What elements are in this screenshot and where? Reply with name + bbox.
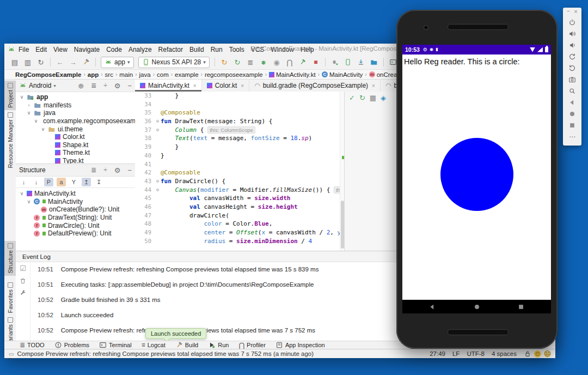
overview-nav-icon[interactable] — [568, 119, 576, 131]
toolwindow-logcat[interactable]: ≡Logcat — [142, 342, 166, 348]
launch-succeeded-balloon[interactable]: Launch succeeded — [145, 328, 206, 339]
structure-tree-item[interactable]: ∨CMainActivity — [16, 198, 135, 206]
toolwindow-run[interactable]: Run — [208, 341, 229, 349]
project-tree-item[interactable]: ∨java — [16, 109, 135, 117]
expand-all-icon[interactable]: ≣ — [91, 82, 96, 89]
back-nav-icon[interactable] — [568, 96, 576, 108]
build-hammer-icon[interactable] — [80, 57, 92, 68]
filter-icon[interactable]: Y — [69, 178, 78, 186]
close-icon[interactable]: × — [574, 9, 577, 15]
minimize-icon[interactable]: − — [567, 9, 570, 14]
code-editor[interactable]: 33 }3435@Composable36⊖fun DrawText(messa… — [135, 92, 340, 251]
expand-all-icon[interactable]: ≣ — [91, 167, 96, 174]
structure-tree-item[interactable]: ∨MainActivity.kt — [16, 190, 135, 198]
toolwindow-build[interactable]: Build — [175, 341, 198, 349]
phone-screen[interactable]: 10:53⚙◉▮ Hello Reg reader. This is a cir… — [402, 45, 551, 313]
breadcrumb-item[interactable]: main — [119, 71, 133, 78]
toolwindow-todo[interactable]: ≣TODO — [20, 342, 45, 348]
close-icon[interactable]: × — [193, 83, 197, 89]
collapse-all-icon[interactable]: ÷ — [103, 167, 107, 174]
refresh-icon[interactable]: ↻ — [359, 94, 365, 101]
code-line[interactable]: 34 — [135, 100, 340, 109]
project-tree-item[interactable]: ›manifests — [16, 101, 135, 110]
checkbox-icon[interactable]: ☑ — [20, 265, 26, 272]
line-ending-indicator[interactable]: LF — [452, 350, 460, 357]
collapse-all-icon[interactable]: ÷ — [103, 82, 107, 89]
stop-icon[interactable]: ■ — [310, 57, 322, 68]
apply-code-changes-icon[interactable]: ↻ — [231, 57, 243, 68]
sort-visibility-icon[interactable]: ↓ — [19, 178, 28, 186]
caret-position[interactable]: 27:49 — [430, 350, 445, 357]
breadcrumb-item[interactable]: app — [88, 71, 99, 78]
show-fields-icon[interactable]: a — [57, 178, 66, 186]
close-icon[interactable]: × — [372, 83, 375, 89]
open-folder-icon[interactable]: ▤ — [9, 57, 21, 68]
scroll-from-source-icon[interactable]: ↧ — [94, 178, 103, 186]
structure-tree-item[interactable]: monCreate(Bundle?): Unit — [16, 205, 135, 214]
power-icon[interactable] — [568, 16, 576, 28]
coverage-icon[interactable]: ◉ — [271, 57, 283, 68]
code-line[interactable]: 43⊖fun DrawCircle() { — [135, 177, 340, 186]
volume-down-icon[interactable] — [568, 39, 576, 51]
code-line[interactable]: 38 Text(text = message, fontSize = 18.sp… — [135, 134, 340, 143]
menu-refactor[interactable]: Refactor — [155, 45, 186, 54]
editor-tab-build-gradle-regcomposeexample-[interactable]: ◠build.gradle (RegComposeExample)× — [249, 80, 381, 92]
more-icon[interactable]: ⋯ — [569, 131, 575, 142]
toolwindow-terminal[interactable]: Terminal — [99, 341, 132, 349]
code-line[interactable]: 44⊖ Canvas(modifier = Modifier.fillMaxSi… — [135, 186, 340, 195]
code-line[interactable]: 48 color = Color.Blue, — [135, 220, 340, 228]
back-nav-icon[interactable] — [428, 303, 436, 311]
toolwindow-app-inspection[interactable]: App Inspection — [275, 341, 325, 349]
menu-navigate[interactable]: Navigate — [71, 45, 103, 54]
editor-tab-mainactivity-kt[interactable]: MainActivity.kt× — [135, 80, 202, 92]
device-select[interactable]: Nexus 5X API 28▾ — [138, 57, 210, 68]
menu-build[interactable]: Build — [186, 45, 207, 54]
code-line[interactable]: 35@Composable — [135, 108, 340, 117]
code-line[interactable]: 36⊖fun DrawText(message: String) { — [135, 117, 340, 126]
menu-edit[interactable]: Edit — [32, 45, 50, 54]
structure-tree-item[interactable]: fDrawText(String): Unit — [16, 214, 135, 222]
check-icon[interactable]: ✓ — [349, 94, 355, 101]
project-tree-item[interactable]: Shape.kt — [16, 141, 135, 149]
structure-tree-item[interactable]: fDrawCircle(): Unit — [16, 221, 135, 229]
back-arrow-icon[interactable]: ← — [54, 57, 66, 68]
code-line[interactable]: 37⊖ Column { this: ColumnScope — [135, 126, 340, 135]
breadcrumb-item[interactable]: RegComposeExample — [15, 71, 81, 78]
project-tree-item[interactable]: ∨ui.theme — [16, 125, 135, 133]
tool-stripe-structure[interactable]: Structure — [4, 241, 16, 276]
zoom-icon[interactable] — [568, 85, 576, 96]
menu-run[interactable]: Run — [207, 45, 226, 54]
sort-alpha-icon[interactable]: ↓ — [32, 178, 41, 186]
layers-icon[interactable]: ◈ — [381, 94, 386, 101]
breadcrumb-item[interactable]: src — [105, 71, 113, 78]
breadcrumb-item[interactable]: MainActivity.kt — [269, 71, 316, 78]
camera-icon[interactable] — [568, 74, 576, 85]
rotate-right-icon[interactable] — [568, 62, 576, 74]
menu-view[interactable]: View — [50, 45, 71, 54]
breadcrumb-item[interactable]: CMainActivity — [322, 71, 363, 78]
device-explorer-icon[interactable] — [368, 57, 380, 68]
project-tree-item[interactable]: Type.kt — [16, 157, 135, 164]
tool-stripe-project[interactable]: Project — [4, 81, 16, 110]
project-view-selector[interactable]: Android — [29, 82, 51, 89]
code-line[interactable]: 47 drawCircle( — [135, 211, 340, 220]
breadcrumb-item[interactable]: regcomposeexample — [205, 71, 263, 78]
device-manager-icon[interactable] — [342, 57, 354, 68]
project-tree-item[interactable]: ∨app — [16, 93, 135, 101]
target-icon[interactable]: ⊕ — [78, 82, 84, 89]
sdk-manager-icon[interactable] — [355, 57, 367, 68]
overview-nav-icon[interactable] — [517, 303, 525, 311]
indent-indicator[interactable]: 4 spaces — [492, 350, 517, 357]
apply-changes-icon[interactable]: ↻ — [218, 57, 230, 68]
lock-icon[interactable] — [524, 350, 531, 358]
code-line[interactable]: 46 val canvasHeight = size.height — [135, 203, 340, 211]
code-line[interactable]: 40} — [135, 152, 340, 160]
sync-icon[interactable]: ↻ — [35, 57, 47, 68]
code-line[interactable]: 39 } — [135, 143, 340, 152]
sad-face-icon[interactable]: ☹ — [544, 350, 551, 358]
editor-tab-color-kt[interactable]: Color.kt× — [202, 80, 250, 92]
project-tree-item[interactable]: Color.kt — [16, 133, 135, 141]
project-tree-item[interactable]: Theme.kt — [16, 149, 135, 157]
trash-icon[interactable] — [19, 277, 27, 285]
gear-icon[interactable]: ⚙ — [114, 82, 121, 89]
